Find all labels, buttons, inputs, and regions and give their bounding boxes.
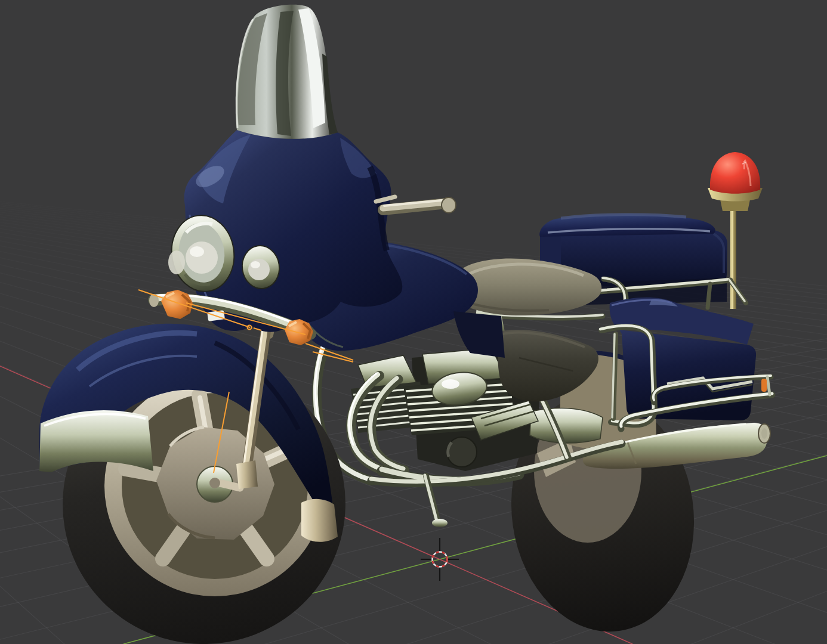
model-shading-shape — [708, 284, 710, 308]
model-shading-shape — [732, 206, 733, 309]
oil-filter — [447, 437, 477, 467]
model-shading-shape — [190, 246, 204, 257]
3d-viewport[interactable] — [0, 0, 827, 644]
headlight-lens — [186, 242, 218, 274]
model-shading-shape — [168, 250, 185, 274]
model-shading-shape — [432, 519, 448, 527]
gearbox-cover — [530, 408, 603, 444]
model-shading-shape — [209, 478, 220, 488]
fork-lower-clamp — [236, 460, 258, 489]
model-shading-shape — [442, 197, 456, 213]
model-shading-shape — [126, 469, 159, 475]
beacon-pole[interactable] — [730, 206, 736, 309]
auxiliary-lens — [248, 259, 270, 280]
fender-chrome-tip-rear — [301, 499, 338, 542]
rear-turn-signal[interactable] — [761, 379, 767, 392]
model-shading-shape — [442, 379, 459, 389]
model-shading-shape — [761, 428, 767, 439]
model-shading-shape — [251, 261, 260, 268]
